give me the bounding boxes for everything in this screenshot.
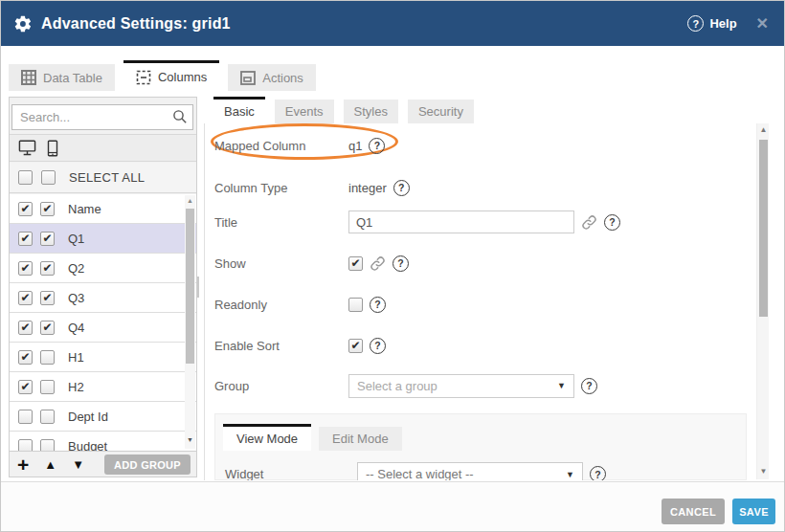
row-checkbox[interactable]: ✔ — [18, 202, 33, 216]
select-all-row[interactable]: SELECT ALL — [10, 163, 196, 193]
select-all-desktop-checkbox[interactable] — [18, 170, 33, 185]
move-down-button[interactable]: ▼ — [72, 458, 84, 471]
subtab-security[interactable]: Security — [408, 100, 474, 123]
question-icon[interactable]: ? — [393, 180, 410, 196]
link-icon[interactable] — [370, 255, 386, 272]
mobile-icon — [47, 140, 58, 157]
row-checkbox[interactable]: ✔ — [18, 350, 33, 365]
row-checkbox[interactable]: ✔ — [18, 380, 33, 394]
device-column-headers — [10, 134, 196, 162]
list-item[interactable]: ✔H1 — [10, 343, 196, 372]
show-checkbox[interactable]: ✔ — [348, 256, 363, 271]
question-icon[interactable]: ? — [590, 466, 606, 480]
list-toolbar: + ▲ ▼ ADD GROUP — [10, 451, 196, 477]
mapped-column-value: q1 — [348, 139, 362, 153]
tab-edit-mode[interactable]: Edit Mode — [319, 427, 402, 451]
chevron-down-icon: ▼ — [557, 381, 566, 390]
help-icon[interactable]: ? — [687, 15, 704, 32]
row-checkbox[interactable]: ✔ — [18, 232, 33, 246]
list-item[interactable]: ✔H2 — [10, 372, 196, 402]
widget-select[interactable]: -- Select a widget -- ▼ — [357, 462, 583, 480]
row-checkbox[interactable]: ✔ — [40, 202, 55, 216]
question-icon[interactable]: ? — [370, 338, 386, 354]
add-column-button[interactable]: + — [17, 454, 29, 475]
help-link[interactable]: Help — [709, 16, 736, 31]
form-scrollbar[interactable]: ▲ ▼ — [756, 123, 769, 479]
field-label: Title — [214, 215, 348, 230]
actions-icon — [240, 71, 256, 85]
scroll-down-arrow[interactable]: ▼ — [757, 467, 770, 476]
group-select-value: Select a group — [357, 379, 437, 393]
row-checkbox[interactable]: ✔ — [40, 232, 55, 246]
columns-list-panel: SELECT ALL ✔✔Name✔✔Q1✔✔Q2✔✔Q3✔✔Q4✔H1✔H2D… — [9, 97, 197, 477]
row-checkbox[interactable]: ✔ — [40, 261, 55, 276]
row-checkbox[interactable] — [40, 350, 55, 365]
enable-sort-checkbox[interactable]: ✔ — [348, 339, 363, 353]
question-icon[interactable]: ? — [581, 378, 597, 394]
list-item[interactable]: ✔✔Q2 — [10, 254, 196, 283]
cancel-button[interactable]: CANCEL — [662, 499, 725, 524]
select-all-mobile-checkbox[interactable] — [41, 170, 56, 185]
scroll-up-arrow[interactable]: ▲ — [185, 195, 195, 207]
close-icon[interactable]: ✕ — [756, 16, 769, 32]
widget-select-value: -- Select a widget -- — [366, 467, 474, 480]
scrollbar-thumb[interactable] — [759, 140, 768, 317]
list-item[interactable]: ✔✔Name — [10, 194, 196, 224]
tab-view-mode[interactable]: View Mode — [223, 424, 311, 451]
list-item[interactable]: ✔✔Q3 — [10, 283, 196, 313]
field-label: Show — [214, 256, 348, 271]
title-input[interactable] — [348, 211, 574, 233]
show-row: Show ✔ ? — [214, 251, 409, 276]
field-label: Column Type — [214, 181, 348, 195]
tab-actions[interactable]: Actions — [228, 64, 316, 91]
select-all-label: SELECT ALL — [69, 170, 145, 185]
add-group-button[interactable]: ADD GROUP — [104, 454, 191, 475]
list-item-label: Budget — [68, 439, 107, 452]
list-scrollbar[interactable]: ▲ ▼ — [185, 195, 195, 449]
row-checkbox[interactable]: ✔ — [40, 321, 55, 335]
scroll-up-arrow[interactable]: ▲ — [757, 125, 770, 134]
save-button[interactable]: SAVE — [732, 499, 775, 524]
link-icon[interactable] — [581, 214, 597, 231]
desktop-icon — [18, 140, 36, 156]
row-checkbox[interactable] — [40, 410, 55, 424]
readonly-checkbox[interactable] — [348, 298, 363, 312]
readonly-row: Readonly ? — [214, 292, 386, 317]
subtab-bar: Basic Events Styles Security — [213, 97, 474, 123]
row-checkbox[interactable] — [18, 439, 33, 452]
tab-label: Columns — [158, 70, 207, 84]
scroll-down-arrow[interactable]: ▼ — [185, 434, 195, 446]
row-checkbox[interactable] — [40, 380, 55, 394]
move-up-button[interactable]: ▲ — [44, 458, 56, 471]
row-checkbox[interactable]: ✔ — [18, 261, 33, 276]
question-icon[interactable]: ? — [604, 214, 620, 231]
list-item[interactable]: Budget — [10, 432, 196, 451]
panel-resize-handle[interactable] — [197, 277, 202, 298]
tab-columns[interactable]: Columns — [123, 60, 219, 91]
list-item[interactable]: Dept Id — [10, 402, 196, 432]
field-label: Readonly — [214, 298, 348, 312]
subtab-basic[interactable]: Basic — [213, 97, 265, 123]
question-icon[interactable]: ? — [369, 138, 385, 154]
group-select[interactable]: Select a group ▼ — [348, 374, 574, 398]
gear-icon — [13, 14, 33, 33]
list-item[interactable]: ✔✔Q4 — [10, 313, 196, 343]
columns-icon — [136, 70, 151, 85]
question-icon[interactable]: ? — [370, 297, 386, 313]
subtab-styles[interactable]: Styles — [344, 100, 398, 123]
row-checkbox[interactable]: ✔ — [18, 291, 33, 305]
tab-data-table[interactable]: Data Table — [9, 64, 115, 91]
list-item-label: Dept Id — [68, 410, 108, 424]
list-item[interactable]: ✔✔Q1 — [10, 224, 196, 254]
question-icon[interactable]: ? — [392, 255, 409, 272]
subtab-events[interactable]: Events — [275, 100, 334, 123]
group-row: Group Select a group ▼ ? — [214, 373, 597, 398]
search-input[interactable] — [11, 104, 193, 130]
row-checkbox[interactable] — [18, 410, 33, 424]
row-checkbox[interactable] — [40, 439, 55, 452]
row-checkbox[interactable]: ✔ — [40, 291, 55, 305]
row-checkbox[interactable]: ✔ — [18, 321, 33, 335]
table-icon — [21, 70, 36, 85]
scrollbar-thumb[interactable] — [186, 209, 194, 364]
mode-panel: View Mode Edit Mode Widget -- Select a w… — [214, 413, 747, 480]
